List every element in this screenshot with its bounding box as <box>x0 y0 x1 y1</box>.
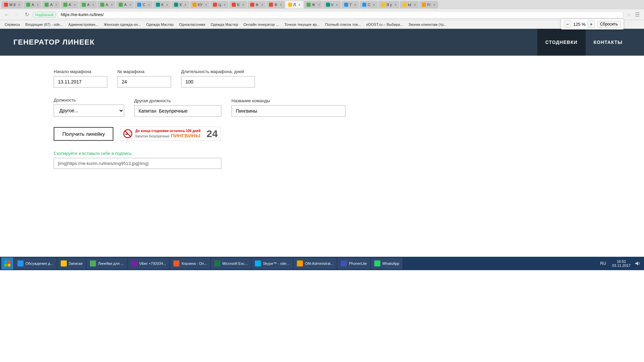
preview-team: ПИНГВИНЫ <box>171 133 200 138</box>
tab-close[interactable]: × <box>280 3 282 7</box>
tab-close[interactable]: × <box>373 3 375 7</box>
tab-close[interactable]: × <box>166 3 168 7</box>
bookmark-star-icon[interactable]: ☆ <box>627 12 631 17</box>
bookmark-women-clothes[interactable]: Женская одежда он... <box>102 22 143 27</box>
taskbar-item-discussions[interactable]: Обсуждения д... <box>14 258 57 269</box>
bookmark-ok[interactable]: Одноклассники <box>177 22 207 27</box>
tab-a2[interactable]: А × <box>42 1 60 8</box>
tab-close[interactable]: × <box>394 3 396 7</box>
tab-close[interactable]: × <box>242 3 244 7</box>
bookmark-gmail[interactable]: Входящие (67) - ode... <box>23 22 65 27</box>
tab-k1[interactable]: К × <box>153 1 171 8</box>
tab-b[interactable]: Б × <box>229 1 247 8</box>
tab-favicon <box>422 3 426 7</box>
tab-close[interactable]: × <box>111 3 113 7</box>
tab-favicon <box>381 3 385 7</box>
start-button[interactable] <box>1 257 13 269</box>
refresh-button[interactable]: ↻ <box>23 11 31 19</box>
tab-fr[interactable]: Fr × <box>419 1 438 8</box>
tab-ts[interactable]: Ц × <box>210 1 228 8</box>
tab-a4[interactable]: А × <box>79 1 97 8</box>
taskbar-item-lineyki[interactable]: Линейки для ... <box>87 258 127 269</box>
tab-m8[interactable]: М 8 × <box>1 1 23 8</box>
tab-a3[interactable]: А × <box>61 1 78 8</box>
tab-a1[interactable]: А × <box>23 1 41 8</box>
tab-close[interactable]: × <box>261 3 263 7</box>
bookmark-odezda-master[interactable]: Одежда Мастер <box>144 22 176 27</box>
team-input[interactable] <box>231 105 345 117</box>
zoom-minus-button[interactable]: − <box>564 20 571 28</box>
tab-c[interactable]: С × <box>135 1 153 8</box>
bookmark-admin[interactable]: Администрован... <box>66 22 101 27</box>
get-line-button[interactable]: Получить линейку <box>54 127 113 141</box>
zoom-reset-button[interactable]: Сбросить <box>597 21 621 27</box>
taskbar-item-viber[interactable]: Viber +792034... <box>128 258 170 269</box>
tab-a5[interactable]: А × <box>98 1 115 8</box>
start-date-input[interactable] <box>54 76 107 87</box>
tab-close[interactable]: × <box>336 3 338 7</box>
settings-button[interactable]: ☰ <box>633 11 641 19</box>
taskbar-item-skype[interactable]: Skype™ - ode... <box>252 258 293 269</box>
tab-s[interactable]: С × <box>360 1 378 8</box>
form-group-duration: Длительность марафона, дней <box>181 69 255 87</box>
tab-close[interactable]: × <box>148 3 150 7</box>
bookmark-services[interactable]: Сервисы <box>3 22 22 27</box>
tab-close[interactable]: × <box>55 3 57 7</box>
bookmark-goods[interactable]: Полный список тов... <box>323 22 363 27</box>
taskbar-item-om-admin[interactable]: OM-Administrat... <box>293 258 337 269</box>
tab-f2[interactable]: Ф × <box>266 1 284 8</box>
other-position-label: Другая должность <box>134 98 221 103</box>
address-input[interactable] <box>57 11 624 18</box>
duration-input[interactable] <box>181 76 255 87</box>
copy-input[interactable] <box>54 158 221 169</box>
tab-ku[interactable]: КУ × <box>190 1 210 8</box>
tab-close[interactable]: × <box>37 3 39 7</box>
forward-button[interactable]: → <box>13 11 21 19</box>
tab-close[interactable]: × <box>414 3 416 7</box>
nav-item-stodnevki[interactable]: СТОДНЕВКИ <box>537 29 586 56</box>
back-button[interactable]: ← <box>3 11 11 19</box>
tab-close[interactable]: × <box>299 3 301 7</box>
tab-k2[interactable]: К × <box>171 1 189 8</box>
tab-close[interactable]: × <box>205 3 207 7</box>
taskbar-item-whatsapp[interactable]: WhatsApp <box>371 258 403 269</box>
tab-close[interactable]: × <box>129 3 131 7</box>
tab-l-active[interactable]: Л × <box>285 1 303 8</box>
tab-close[interactable]: × <box>18 3 20 7</box>
tab-close[interactable]: × <box>184 3 186 7</box>
tab-a6[interactable]: А × <box>116 1 134 8</box>
bookmark-edost[interactable]: eDOST.ru – Выбира... <box>364 22 405 27</box>
bookmark-odezda2[interactable]: Одежда Мастер <box>209 22 240 27</box>
site-header: ГЕНЕРАТОР ЛИНЕЕК СТОДНЕВКИ КОНТАКТЫ <box>0 29 644 56</box>
tab-close[interactable]: × <box>354 3 356 7</box>
other-position-input[interactable] <box>134 105 221 117</box>
tab-t[interactable]: Т × <box>341 1 359 8</box>
tab-close[interactable]: × <box>74 3 76 7</box>
tab-y[interactable]: Ы × <box>400 1 419 8</box>
tab-close[interactable]: × <box>433 3 435 7</box>
taskbar-item-notes[interactable]: Записки <box>57 258 86 269</box>
taskbar-item-phonerlite[interactable]: PhonerLite <box>337 258 370 269</box>
tab-f1[interactable]: Ф × <box>248 1 266 8</box>
bookmark-time[interactable]: Точное текущее вр... <box>282 22 322 27</box>
position-select[interactable]: Другое... <box>54 105 124 117</box>
taskbar-item-excel[interactable]: Microsoft Exc... <box>211 258 251 269</box>
nav-item-contacts[interactable]: КОНТАКТЫ <box>586 29 631 56</box>
tab-h[interactable]: h × <box>323 1 341 8</box>
phonerlite-icon <box>341 260 347 266</box>
tab-ya[interactable]: Я у × <box>378 1 399 8</box>
volume-icon[interactable] <box>635 261 640 266</box>
marathon-num-input[interactable] <box>117 76 171 87</box>
zoom-plus-button[interactable]: + <box>588 20 595 28</box>
tab-close[interactable]: × <box>224 3 226 7</box>
tab-close[interactable]: × <box>92 3 94 7</box>
bookmark-generator[interactable]: Онлайн генератор ... <box>241 22 281 27</box>
main-content: Начало марафона № марафона Длительность … <box>0 56 644 257</box>
language-indicator[interactable]: RU <box>598 261 608 266</box>
tab-zh[interactable]: Ж × <box>304 1 323 8</box>
taskbar-item-opera[interactable]: Корзина - Оп... <box>170 258 210 269</box>
position-label: Должность <box>54 98 124 103</box>
om-admin-icon <box>297 260 303 266</box>
tab-close[interactable]: × <box>318 3 320 7</box>
bookmark-calls[interactable]: Звонки клиентам (тр... <box>407 22 449 27</box>
